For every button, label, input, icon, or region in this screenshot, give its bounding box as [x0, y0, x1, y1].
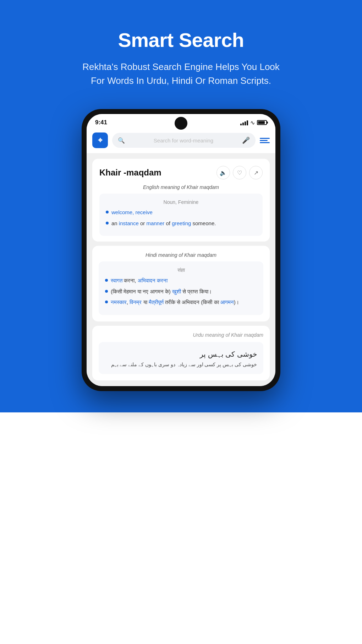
hindi-meaning-item-3: नमस्कार, विनम्र या मैत्रीपूर्ण तरीके से … — [105, 298, 257, 307]
hindi-section-label: Hindi meaning of Khair maqdam — [99, 252, 263, 258]
signal-bar-3 — [245, 121, 246, 125]
page-container: Smart Search Rekhta's Robust Search Engi… — [0, 0, 362, 412]
search-bar[interactable]: 🔍 Search for word-meaning 🎤 — [112, 133, 256, 148]
hindi-label-word: Khair maqdam — [184, 252, 216, 258]
hindi-label-prefix: Hindi meaning of — [146, 252, 184, 258]
favorite-button[interactable]: ♡ — [233, 166, 246, 179]
word-card: Khair -maqdam 🔈 ♡ ↗ English meaning of K… — [92, 159, 270, 242]
hindi-bullet-1 — [105, 279, 108, 282]
status-bar: 9:41 ∿ — [87, 114, 275, 129]
hindi-bullet-3 — [105, 301, 108, 303]
battery-fill — [258, 121, 265, 124]
signal-bar-1 — [240, 124, 242, 125]
app-logo[interactable]: ⌖ — [92, 132, 108, 148]
search-icon: 🔍 — [118, 137, 125, 144]
app-logo-letter: ⌖ — [98, 136, 102, 145]
meaning-word-welcome: welcome, receive — [111, 209, 153, 215]
urdu-text-line1: خوشی کی بہس پر — [105, 348, 257, 361]
audio-button[interactable]: 🔈 — [216, 166, 230, 179]
hero-section: Smart Search Rekhta's Robust Search Engi… — [0, 0, 362, 412]
wifi-icon: ∿ — [250, 119, 255, 126]
signal-bar-4 — [247, 120, 248, 125]
urdu-section-label: Urdu meaning of Khair maqdam — [99, 332, 263, 338]
menu-line-1 — [260, 138, 270, 139]
phone-frame: 9:41 ∿ — [82, 109, 280, 391]
hero-subtitle: Rekhta's Robust Search Engine Helps You … — [78, 60, 284, 88]
english-meaning-box: Noun, Feminine welcome, receive — [99, 194, 263, 236]
battery-icon — [257, 120, 267, 125]
share-button[interactable]: ↗ — [249, 166, 263, 179]
hindi-meaning-section: Hindi meaning of Khair maqdam संज्ञा स्व… — [92, 246, 270, 321]
hero-title: Smart Search — [118, 28, 244, 52]
hindi-meaning-text-2: (किसी मेहमान या नए आगमन के) खुशी से प्रा… — [111, 288, 212, 296]
word-header: Khair -maqdam 🔈 ♡ ↗ — [99, 166, 263, 179]
meaning-text-2: an instance or manner of greeting someon… — [111, 220, 216, 228]
hindi-bullet-2 — [105, 290, 108, 293]
menu-line-3 — [260, 142, 270, 143]
pos-label: Noun, Feminine — [106, 199, 256, 205]
phone-wrapper: 9:41 ∿ — [14, 109, 348, 391]
meaning-word-manner: manner — [146, 220, 164, 226]
search-placeholder-text: Search for word-meaning — [128, 137, 239, 144]
content-area: Khair -maqdam 🔈 ♡ ↗ English meaning of K… — [87, 153, 275, 386]
english-label-prefix: English meaning of — [143, 184, 187, 190]
meaning-item-2: an instance or manner of greeting someon… — [106, 220, 256, 228]
hindi-meaning-item-1: स्वागत करना, अभिवादन करना — [105, 277, 257, 285]
word-actions: 🔈 ♡ ↗ — [216, 166, 263, 179]
hindi-meaning-text-3: नमस्कार, विनम्र या मैत्रीपूर्ण तरीके से … — [111, 298, 239, 307]
meaning-text-1: welcome, receive — [111, 209, 153, 217]
status-time: 9:41 — [95, 119, 107, 126]
hindi-meaning-item-2: (किसी मेहमान या नए आगमन के) खुशी से प्रा… — [105, 288, 257, 296]
phone-inner: 9:41 ∿ — [87, 114, 275, 386]
bullet-2 — [106, 222, 109, 224]
urdu-meaning-box: خوشی کی بہس پر خوشی کی بہس پر کسی اور سے… — [99, 342, 263, 374]
bullet-1 — [106, 211, 109, 213]
menu-line-2 — [260, 140, 268, 141]
signal-bars-icon — [240, 120, 248, 125]
hamburger-menu-icon[interactable] — [260, 138, 270, 143]
meaning-item-1: welcome, receive — [106, 209, 256, 217]
urdu-text-line2: خوشی کی بہس پر کسی اور سے زیادہ دو سری ب… — [105, 361, 257, 368]
app-header: ⌖ 🔍 Search for word-meaning 🎤 — [87, 129, 275, 153]
hindi-meaning-text-1: स्वागत करना, अभिवादन करना — [111, 277, 168, 285]
hindi-pos-label: संज्ञा — [105, 267, 257, 273]
english-section-label: English meaning of Khair maqdam — [99, 184, 263, 190]
meaning-word-instance: instance — [119, 220, 139, 226]
hindi-meaning-box: संज्ञा स्वागत करना, अभिवादन करना — [99, 261, 263, 315]
urdu-meaning-section: Urdu meaning of Khair maqdam خوشی کی بہس… — [92, 326, 270, 380]
notch — [175, 117, 187, 130]
meaning-word-greeting: greeting — [172, 220, 191, 226]
microphone-icon[interactable]: 🎤 — [242, 136, 250, 144]
status-icons: ∿ — [240, 119, 267, 126]
english-label-word: Khair maqdam — [187, 184, 219, 190]
word-title: Khair -maqdam — [99, 168, 161, 178]
signal-bar-2 — [242, 123, 244, 125]
